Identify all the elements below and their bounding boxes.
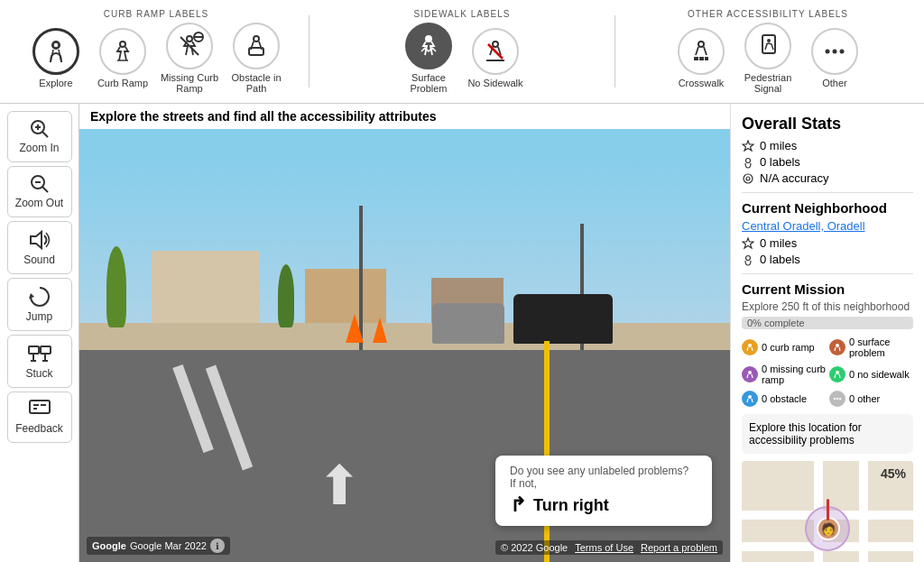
obstacle-circle <box>233 23 280 69</box>
scene-car2 <box>432 303 504 344</box>
no-sidewalk-count-label: 0 no sidewalk <box>849 369 910 380</box>
surface-problem-icon-item[interactable]: Surface Problem <box>398 23 459 94</box>
missing-curb-ramp-icon-item[interactable]: Missing Curb Ramp <box>159 23 220 94</box>
google-text: Google <box>92 540 126 551</box>
obstacle-svg <box>242 32 271 60</box>
feedback-button[interactable]: Feedback <box>7 392 72 443</box>
surface-problem-circle <box>405 23 452 69</box>
svg-rect-13 <box>694 57 698 60</box>
svg-point-2 <box>120 41 125 47</box>
explore-circle <box>32 28 79 75</box>
road-arrow: ⬆ <box>317 454 362 517</box>
sidewalk-icons-row: Surface Problem No Sidewalk <box>398 23 526 94</box>
divider-3 <box>742 192 913 193</box>
turn-arrow-icon: ↱ <box>510 493 526 517</box>
obstacle-count-icon <box>744 393 755 404</box>
other-count-label: 0 other <box>849 393 880 404</box>
svg-point-44 <box>748 344 752 347</box>
obstacle-icon-item[interactable]: Obstacle in Path <box>226 23 287 94</box>
surface-count-icon <box>832 342 843 353</box>
neighborhood-link[interactable]: Central Oradell, Oradell <box>742 219 913 233</box>
terms-link[interactable]: Terms of Use <box>575 542 633 553</box>
surface-problem-count-label: 0 surface problem <box>849 336 913 358</box>
turn-question: Do you see any unlabeled problems? If no… <box>510 465 698 490</box>
svg-point-45 <box>836 344 839 347</box>
neighborhood-miles-row: 0 miles <box>742 236 913 250</box>
map-direction-needle <box>827 499 829 521</box>
stuck-button[interactable]: Stuck <box>7 335 72 388</box>
progress-label: 0% complete <box>747 317 805 329</box>
svg-point-40 <box>746 158 751 162</box>
divider-1 <box>309 15 310 88</box>
pedestrian-signal-circle <box>744 23 791 69</box>
stuck-label: Stuck <box>25 367 52 380</box>
other-label: Other <box>822 78 847 88</box>
scene-car1 <box>513 294 613 344</box>
info-icon[interactable]: ℹ <box>210 539 225 553</box>
no-sidewalk-icon-item[interactable]: No Sidewalk <box>465 28 526 88</box>
zoom-out-label: Zoom Out <box>15 197 63 209</box>
stat-miles-row: 0 miles <box>742 139 913 152</box>
obstacle-dot <box>742 391 758 407</box>
other-icon-item[interactable]: Other <box>804 28 865 88</box>
map-container[interactable]: 🧑 45% Google ⚙ <box>742 461 913 562</box>
svg-point-51 <box>839 398 841 400</box>
explore-label: Explore <box>39 78 72 88</box>
curb-ramp-icon-item[interactable]: Curb Ramp <box>92 28 153 88</box>
svg-point-12 <box>698 41 704 47</box>
other-circle <box>811 28 858 75</box>
feedback-icon <box>29 400 51 419</box>
svg-rect-36 <box>30 401 50 413</box>
other-labels-group: OTHER ACCESSIBILITY LABELS Crosswalk <box>621 9 915 94</box>
report-link[interactable]: Report a problem <box>641 542 717 553</box>
map-percent-label: 45% <box>881 466 906 481</box>
progress-bar-container: 0% complete <box>742 317 913 329</box>
no-sidewalk-count-item: 0 no sidewalk <box>829 364 913 385</box>
pedestrian-signal-label: Pedestrian Signal <box>737 72 799 94</box>
svg-rect-31 <box>41 346 51 354</box>
street-view-container[interactable]: Explore the streets and find all the acc… <box>79 104 730 562</box>
pedestrian-signal-icon-item[interactable]: Pedestrian Signal <box>737 23 799 94</box>
zoom-in-button[interactable]: Zoom In <box>7 111 72 162</box>
svg-point-48 <box>748 395 752 399</box>
zoom-out-icon <box>30 174 50 194</box>
svg-point-10 <box>493 41 498 47</box>
no-sidewalk-count-icon <box>832 369 843 380</box>
scene-building2 <box>305 269 386 323</box>
sound-button[interactable]: Sound <box>7 221 72 274</box>
surface-problem-dot <box>829 339 845 355</box>
zoom-out-button[interactable]: Zoom Out <box>7 166 72 217</box>
mission-description: Explore 250 ft of this neighborhood <box>742 300 913 313</box>
svg-point-20 <box>840 50 845 54</box>
left-sidebar: Zoom In Zoom Out Sound <box>0 104 79 562</box>
turn-direction-text: Turn right <box>533 496 609 515</box>
svg-point-42 <box>746 177 750 180</box>
overall-stats-title: Overall Stats <box>742 115 913 134</box>
stat-labels: 0 labels <box>760 155 800 169</box>
sidewalk-labels-group: SIDEWALK LABELS Surface Problem <box>315 9 609 94</box>
svg-rect-30 <box>29 346 39 354</box>
explore-box: Explore this location for accessibility … <box>742 414 913 454</box>
curb-ramp-label: Curb Ramp <box>97 78 148 88</box>
svg-rect-16 <box>762 35 775 53</box>
curb-ramp-svg <box>108 37 137 66</box>
crosswalk-icon-item[interactable]: Crosswalk <box>670 28 732 88</box>
scene-tree2 <box>278 264 294 327</box>
svg-rect-15 <box>705 57 708 60</box>
missing-curb-ramp-dot <box>742 366 758 382</box>
label-counts-grid: 0 curb ramp 0 surface problem 0 missing … <box>742 336 913 407</box>
curb-ramp-count-icon <box>744 342 755 353</box>
scene-tree1 <box>106 246 126 327</box>
svg-point-50 <box>836 398 838 400</box>
explore-icon-item[interactable]: Explore <box>25 28 87 88</box>
accuracy-icon <box>742 172 754 185</box>
divider-4 <box>742 273 913 274</box>
surface-problem-label: Surface Problem <box>398 72 459 94</box>
jump-button[interactable]: Jump <box>7 278 72 331</box>
scene-sidewalk <box>79 323 730 350</box>
missing-curb-count-icon <box>744 369 755 380</box>
street-view-timestamp: Google Google Mar 2022 ℹ <box>87 537 230 555</box>
obstacle-label: Obstacle in Path <box>226 72 287 94</box>
obstacle-count-label: 0 obstacle <box>762 393 807 404</box>
curb-ramp-labels-group: CURB RAMP LABELS Explore <box>9 9 303 94</box>
